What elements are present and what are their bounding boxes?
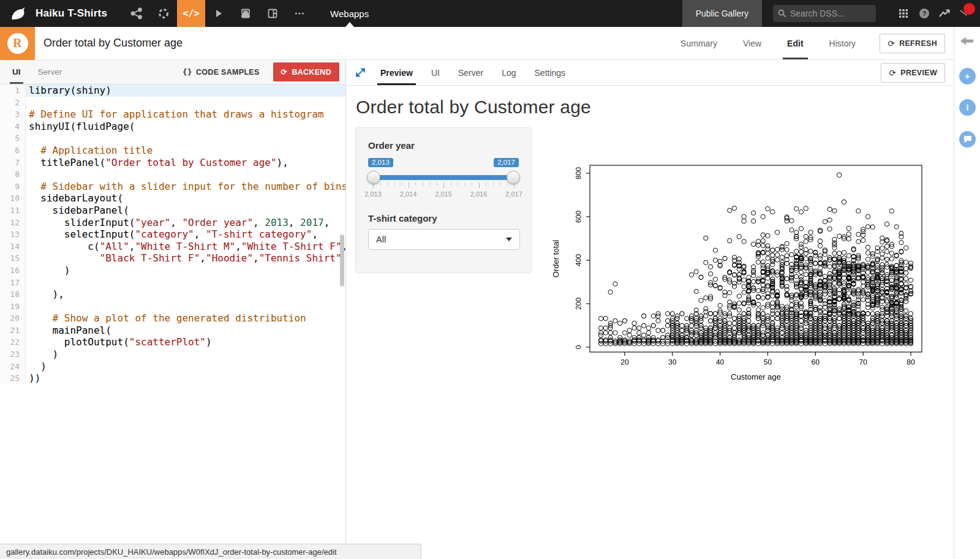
line-number: 4: [0, 121, 26, 133]
code-line[interactable]: 5: [0, 132, 345, 144]
tab-view[interactable]: View: [730, 27, 774, 59]
flow-icon[interactable]: [123, 0, 150, 27]
shiny-app-preview: Order total by Customer age Order year 2…: [346, 86, 954, 543]
code-scrollbar[interactable]: [340, 234, 344, 287]
r-logo-icon: R: [7, 33, 28, 54]
shiny-app-title: Order total by Customer age: [356, 97, 591, 118]
line-content: mainPanel(: [26, 325, 345, 337]
trending-icon[interactable]: [935, 0, 956, 27]
code-tab-server[interactable]: Server: [29, 60, 71, 84]
automation-icon[interactable]: [150, 0, 177, 27]
dataiku-logo[interactable]: [0, 0, 36, 27]
line-content: c("All","White T-Shirt M","White T-Shirt…: [26, 241, 345, 253]
code-line[interactable]: 24 ): [0, 361, 345, 373]
code-line[interactable]: 9 # Sidebar with a slider input for the …: [0, 181, 345, 193]
code-line[interactable]: 10 sidebarLayout(: [0, 192, 345, 204]
category-select[interactable]: All: [368, 229, 520, 250]
more-icon[interactable]: [286, 0, 313, 27]
code-line[interactable]: 7 titlePanel("Order total by Customer ag…: [0, 157, 345, 169]
code-line[interactable]: 14 c("All","White T-Shirt M","White T-Sh…: [0, 241, 345, 253]
code-tab-ui[interactable]: UI: [4, 60, 29, 84]
breadcrumb-section[interactable]: Webapps: [326, 0, 372, 27]
slider-tick: [472, 182, 472, 186]
preview-tab-server[interactable]: Server: [449, 60, 492, 85]
project-name[interactable]: Haiku T-Shirts: [36, 7, 107, 20]
expand-icon[interactable]: [356, 68, 365, 77]
search-box[interactable]: [773, 5, 876, 22]
code-line[interactable]: 12 sliderInput("year", "Order year", 201…: [0, 217, 345, 229]
line-number: 16: [0, 264, 26, 277]
preview-tab-preview[interactable]: Preview: [371, 60, 422, 85]
year-range-slider: 2,013 2,017 2,0132,0142,0152,0162,017: [368, 153, 519, 204]
slider-tick: [394, 182, 395, 186]
code-line[interactable]: 8: [0, 168, 345, 181]
line-number: 13: [0, 228, 26, 241]
code-line[interactable]: 3# Define UI for application that draws …: [0, 108, 345, 121]
line-number: 7: [0, 157, 26, 169]
line-number: 23: [0, 348, 26, 361]
line-content: ): [26, 361, 345, 373]
backend-button[interactable]: ⟳ BACKEND: [273, 62, 339, 81]
line-number: 12: [0, 217, 26, 229]
deploy-icon[interactable]: [232, 0, 259, 27]
preview-tab-log[interactable]: Log: [492, 60, 525, 85]
slider-tick: [500, 182, 500, 186]
code-line[interactable]: 18 ),: [0, 288, 345, 301]
line-content: [26, 301, 345, 313]
tab-summary[interactable]: Summary: [668, 27, 730, 59]
select-caret-icon: [506, 238, 512, 241]
webapp-title: Order total by Customer age: [43, 37, 183, 50]
add-button[interactable]: +: [959, 68, 976, 84]
notification-pin-icon[interactable]: [956, 0, 976, 27]
navbar-left: Haiku T-Shirts </>: [0, 0, 372, 27]
line-number: 15: [0, 252, 26, 264]
code-line[interactable]: 1library(shiny): [0, 84, 345, 97]
backend-refresh-icon: ⟳: [281, 67, 288, 77]
preview-tab-ui[interactable]: UI: [422, 60, 449, 85]
code-line[interactable]: 15 "Black T-Shirt F","Hoodie","Tennis Sh…: [0, 252, 345, 264]
code-line[interactable]: 6 # Application title: [0, 144, 345, 157]
chat-button[interactable]: [959, 131, 976, 148]
code-panel: UI Server {} CODE SAMPLES ⟳ BACKEND 1lib…: [0, 60, 346, 543]
apps-grid-icon[interactable]: [893, 0, 914, 27]
search-input[interactable]: [790, 9, 870, 18]
preview-button[interactable]: ⟳ PREVIEW: [881, 63, 945, 83]
tab-edit[interactable]: Edit: [774, 27, 816, 59]
line-content: ): [26, 264, 345, 277]
code-line[interactable]: 4shinyUI(fluidPage(: [0, 121, 345, 133]
code-line[interactable]: 25)): [0, 372, 345, 385]
code-samples-button[interactable]: {} CODE SAMPLES: [178, 64, 265, 80]
code-line[interactable]: 2: [0, 97, 345, 109]
line-content: # Show a plot of the generated distribut…: [26, 312, 345, 325]
code-line[interactable]: 11 sidebarPanel(: [0, 204, 345, 217]
help-icon[interactable]: ?: [914, 0, 935, 27]
code-line[interactable]: 20 # Show a plot of the generated distri…: [0, 312, 345, 325]
slider-tick: [437, 182, 437, 186]
line-content: library(shiny): [26, 84, 345, 97]
tab-history[interactable]: History: [816, 27, 869, 59]
preview-panel: Preview UI Server Log Settings ⟳ PREVIEW…: [346, 60, 954, 543]
code-line[interactable]: 19: [0, 301, 345, 313]
code-line[interactable]: 23 ): [0, 348, 345, 361]
collapse-arrow-icon[interactable]: [960, 36, 974, 49]
slider-tick: [465, 182, 466, 186]
code-line[interactable]: 22 plotOutput("scatterPlot"): [0, 336, 345, 348]
line-content: # Application title: [26, 144, 345, 157]
code-editor[interactable]: 1library(shiny)23# Define UI for applica…: [0, 84, 345, 543]
preview-tab-settings[interactable]: Settings: [526, 60, 575, 85]
code-line[interactable]: 17: [0, 277, 345, 289]
line-number: 2: [0, 97, 26, 109]
dashboard-icon[interactable]: [259, 0, 286, 27]
code-icon[interactable]: </>: [177, 0, 205, 27]
slider-track[interactable]: [368, 175, 519, 180]
public-gallery-button[interactable]: Public Gallery: [682, 0, 762, 27]
run-icon[interactable]: [205, 0, 232, 27]
code-line[interactable]: 13 selectInput("category", "T-shirt cate…: [0, 228, 345, 241]
slider-tick-label: 2,013: [364, 190, 382, 198]
code-line[interactable]: 16 ): [0, 264, 345, 277]
refresh-button[interactable]: ⟳ REFRESH: [880, 34, 945, 53]
slider-tick: [423, 182, 423, 186]
chat-bubble-icon: [963, 135, 972, 143]
info-button[interactable]: i: [959, 99, 976, 116]
code-line[interactable]: 21 mainPanel(: [0, 325, 345, 337]
